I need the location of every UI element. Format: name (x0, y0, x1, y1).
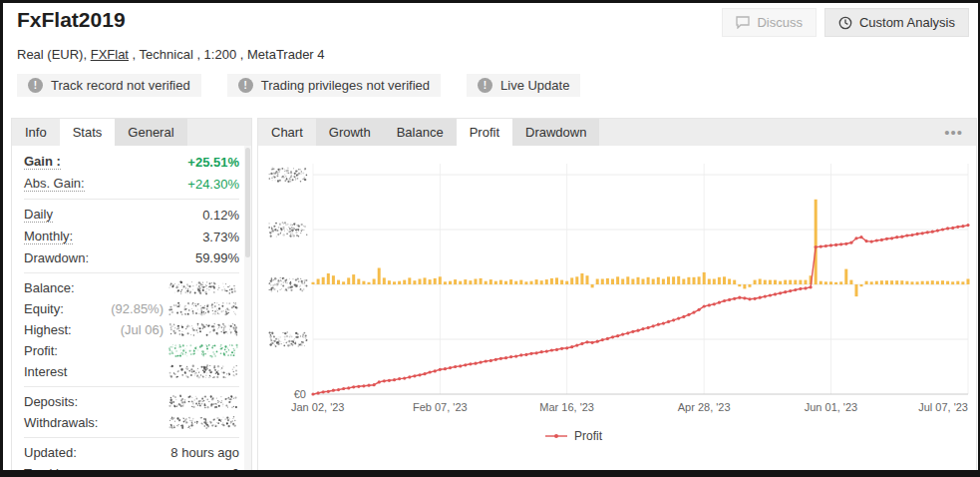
stats-list: Gain :+25.51%Abs. Gain:+24.30%Daily0.12%… (12, 146, 251, 477)
stat-label[interactable]: Monthly: (24, 229, 73, 244)
chart-tabbar: ChartGrowthBalanceProfitDrawdown ••• (258, 119, 976, 146)
broker-link[interactable]: FXFlat (91, 47, 129, 62)
chart-tab-balance[interactable]: Balance (384, 119, 457, 146)
svg-text:Jun 01, '23: Jun 01, '23 (805, 401, 857, 413)
badge-label: Track record not verified (51, 78, 190, 93)
redacted-scribble (169, 323, 237, 336)
stat-value (167, 343, 239, 358)
redacted-scribble (168, 280, 236, 294)
stat-label: Highest: (24, 322, 72, 337)
stat-label[interactable]: Daily (24, 207, 53, 223)
top-actions: Discuss Custom Analysis (722, 8, 969, 37)
section-divider (24, 386, 239, 387)
redacted-value (167, 394, 239, 409)
clock-icon (838, 16, 852, 30)
stat-value: 8 hours ago (170, 445, 239, 460)
stat-label: Deposits: (24, 394, 78, 409)
sidebar-tab-info[interactable]: Info (12, 119, 60, 146)
stat-row-interest: Interest (24, 361, 239, 382)
redacted-scribble (268, 222, 307, 238)
stat-row-monthly: Monthly:3.73% (24, 226, 239, 247)
stat-label: Drawdown: (24, 250, 89, 265)
sidebar-tab-general[interactable]: General (115, 119, 186, 146)
stat-label: Profit: (24, 343, 58, 358)
stat-label[interactable]: Gain : (24, 154, 61, 170)
stat-value: 59.99% (195, 250, 239, 265)
daily-profit-bars (312, 200, 970, 296)
stat-value (167, 415, 239, 430)
redacted-value (167, 301, 239, 316)
stat-value (167, 394, 239, 409)
redacted-scribble (169, 364, 238, 378)
sidebar-scrollbar[interactable] (244, 146, 251, 473)
profit-line-markers (311, 224, 969, 396)
stat-value-prefix: (92.85%) (111, 301, 163, 316)
chart-tab-drawdown[interactable]: Drawdown (512, 119, 599, 146)
tabbar-spacer (599, 119, 931, 146)
redacted-scribble (168, 416, 235, 429)
warning-icon: ! (28, 78, 43, 93)
redacted-scribble (269, 167, 308, 183)
discuss-label: Discuss (757, 15, 803, 30)
section-divider (24, 272, 239, 273)
ellipsis-menu-icon[interactable]: ••• (931, 119, 976, 146)
chart-tab-growth[interactable]: Growth (316, 119, 384, 146)
account-summary-line: Real (EUR), FXFlat , Technical , 1:200 ,… (17, 47, 325, 62)
legend-label: Profit (574, 429, 603, 443)
stat-label: Withdrawals: (24, 415, 98, 430)
svg-text:Mar 16, '23: Mar 16, '23 (539, 401, 594, 413)
discuss-button[interactable]: Discuss (722, 8, 817, 37)
chart-panel: ChartGrowthBalanceProfitDrawdown ••• Jan… (257, 118, 977, 474)
stat-label[interactable]: Abs. Gain: (24, 176, 85, 192)
redacted-scribble (269, 331, 308, 347)
stat-label: Tracking (24, 466, 73, 477)
stat-value (167, 364, 239, 379)
redacted-value (167, 415, 239, 430)
custom-analysis-button[interactable]: Custom Analysis (824, 8, 969, 37)
svg-text:Feb 07, '23: Feb 07, '23 (413, 401, 468, 413)
speech-bubble-icon (736, 16, 750, 29)
badge-live-update: !Live Update (467, 74, 580, 97)
svg-text:Jan 02, '23: Jan 02, '23 (291, 401, 344, 413)
stats-sidebar: InfoStatsGeneral Gain :+25.51%Abs. Gain:… (11, 118, 252, 474)
stat-label: Interest (24, 364, 67, 379)
redacted-scribble (268, 277, 307, 292)
redacted-value (167, 343, 239, 358)
stat-value: (Jul 06) (121, 322, 239, 337)
x-axis-labels: Jan 02, '23Feb 07, '23Mar 16, '23Apr 28,… (291, 401, 968, 413)
account-page: { "window": { "title": "FxFlat2019" }, "… (0, 0, 980, 477)
redacted-scribble (168, 395, 237, 409)
account-type: Real (EUR), (17, 47, 91, 62)
profit-chart: Jan 02, '23Feb 07, '23Mar 16, '23Apr 28,… (258, 146, 974, 473)
badge-label: Live Update (500, 78, 569, 93)
sidebar-tabbar: InfoStatsGeneral (12, 119, 251, 146)
page-title: FxFlat2019 (17, 8, 126, 32)
stat-value: +25.51% (187, 155, 239, 170)
stat-value: (92.85%) (111, 301, 239, 316)
warning-icon: ! (238, 78, 253, 93)
custom-analysis-label: Custom Analysis (859, 15, 955, 30)
chart-tabs: ChartGrowthBalanceProfitDrawdown (258, 119, 599, 146)
badge-track-record-not-verified: !Track record not verified (17, 74, 201, 97)
redacted-value (167, 364, 239, 379)
stat-row-gain: Gain :+25.51% (24, 151, 239, 173)
stat-row-profit: Profit: (24, 340, 239, 361)
stat-row-equity: Equity:(92.85%) (24, 298, 239, 319)
stat-value (167, 280, 239, 295)
badge-trading-privileges-not-verified: !Trading privileges not verified (227, 74, 441, 97)
svg-text:Jul 07, '23: Jul 07, '23 (918, 401, 968, 413)
redacted-scribble (168, 344, 238, 358)
stat-value: 0 (232, 466, 239, 477)
stat-row-balance: Balance: (24, 277, 239, 298)
section-divider (24, 437, 239, 438)
stat-label: Updated: (24, 445, 77, 460)
svg-text:Apr 28, '23: Apr 28, '23 (678, 401, 731, 413)
redacted-value (167, 280, 239, 295)
warning-icon: ! (478, 78, 492, 93)
sidebar-tab-stats[interactable]: Stats (60, 119, 116, 146)
verification-badges: !Track record not verified!Trading privi… (17, 74, 580, 97)
chart-legend[interactable]: Profit (545, 429, 603, 443)
sidebar-scrollbar-thumb[interactable] (245, 148, 250, 257)
chart-tab-profit[interactable]: Profit (457, 119, 512, 146)
chart-tab-chart[interactable]: Chart (258, 119, 316, 146)
